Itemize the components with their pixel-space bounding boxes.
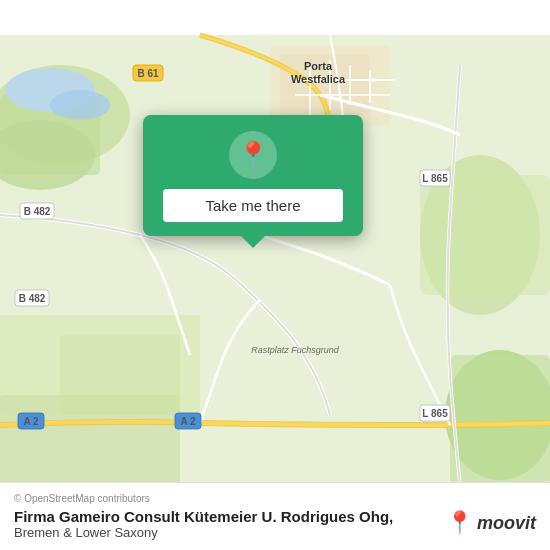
location-pin-icon: 📍 <box>237 142 269 168</box>
svg-rect-14 <box>60 335 180 415</box>
svg-point-5 <box>50 90 110 120</box>
moovit-pin-icon: 📍 <box>446 510 473 536</box>
copyright-text: © OpenStreetMap contributors <box>14 493 536 504</box>
take-me-there-button[interactable]: Take me there <box>163 189 343 222</box>
svg-text:B 482: B 482 <box>24 206 51 217</box>
svg-text:A 2: A 2 <box>180 416 196 427</box>
svg-text:Porta: Porta <box>304 60 333 72</box>
svg-text:L 865: L 865 <box>422 173 448 184</box>
svg-text:Westfalica: Westfalica <box>291 73 346 85</box>
moovit-brand-text: moovit <box>477 513 536 534</box>
svg-rect-9 <box>450 355 550 485</box>
moovit-logo: 📍 moovit <box>446 510 536 536</box>
svg-rect-7 <box>420 175 550 295</box>
svg-text:B 61: B 61 <box>137 68 159 79</box>
svg-text:L 865: L 865 <box>422 408 448 419</box>
svg-text:A 2: A 2 <box>23 416 39 427</box>
svg-text:Rastplatz Fuchsgrund: Rastplatz Fuchsgrund <box>251 345 340 355</box>
svg-text:B 482: B 482 <box>19 293 46 304</box>
map-container: B 61 B 482 B 482 A 2 A 2 L 865 L 865 Por… <box>0 0 550 550</box>
map-background: B 61 B 482 B 482 A 2 A 2 L 865 L 865 Por… <box>0 0 550 550</box>
bottom-info-bar: © OpenStreetMap contributors Firma Gamei… <box>0 482 550 550</box>
location-icon-circle: 📍 <box>229 131 277 179</box>
popup-card: 📍 Take me there <box>143 115 363 236</box>
